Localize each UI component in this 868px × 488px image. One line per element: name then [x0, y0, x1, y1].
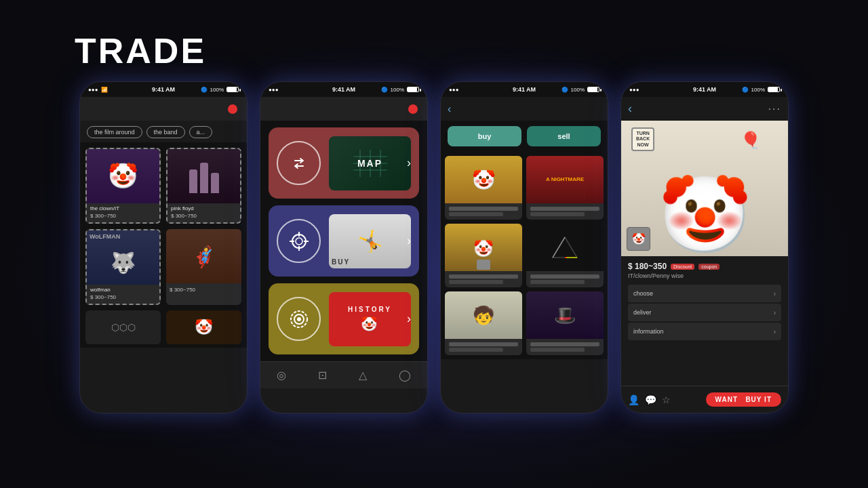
list-item[interactable]: 🦸 $ 300~750 [166, 229, 241, 305]
trade-card-history[interactable]: HISTORY 🤡 › [269, 283, 419, 354]
svg-marker-15 [553, 237, 577, 258]
svg-point-7 [296, 238, 302, 245]
phone1-header [80, 97, 247, 121]
deliver-label: deliver [633, 309, 652, 316]
item-price: $ 300~750 [166, 285, 241, 296]
trade-cards-area: MAP › 🤸 BUY [260, 121, 427, 361]
map-chevron-icon: › [407, 156, 411, 170]
history-preview: HISTORY 🤡 [329, 292, 411, 346]
phone1-dot [228, 104, 237, 114]
item-price: $ 300~750 [87, 293, 159, 304]
action-icons-group: 👤 💬 ☆ [628, 394, 671, 405]
phone4-options: choose › deliver › information › [621, 285, 788, 340]
phone1-grid: 🤡 the clown/IT $ 300~750 pink floyd $ 30… [80, 142, 247, 310]
phone4-time: 9:41 AM [693, 86, 716, 93]
phone3: ●●● 9:41 AM 🔵 100% ‹ buy sell 🤡 [440, 81, 608, 413]
phone3-time: 9:41 AM [513, 86, 536, 93]
list-item[interactable]: pink floyd $ 300~750 [166, 148, 241, 224]
list-item[interactable]: A NIGHTMARE [526, 156, 604, 220]
marketplace-grid: 🤡 A NIGHTMARE 🤡 [441, 152, 608, 359]
map-preview: MAP [329, 136, 411, 190]
page-title: TRADE [75, 30, 206, 71]
crosshair-icon [277, 219, 321, 263]
buy-preview: 🤸 BUY [329, 214, 411, 268]
chat-action-icon[interactable]: 💬 [645, 394, 656, 405]
list-item[interactable]: WoLFMAN 🐺 wolfman $ 300~750 [85, 229, 161, 305]
list-item[interactable]: 🤡 the clown/IT $ 300~750 [85, 148, 161, 224]
phone2-header [260, 97, 427, 121]
person-icon[interactable]: ◯ [399, 369, 411, 382]
compass-icon[interactable]: ◎ [277, 369, 286, 382]
item-name: the clown/IT [87, 203, 159, 211]
buy-tab[interactable]: buy [448, 126, 521, 146]
list-item[interactable]: ⬡⬡⬡ [85, 310, 161, 344]
tag-band[interactable]: the band [146, 126, 185, 138]
phone4-status-bar: ●●● 9:41 AM 🔵 100% [621, 82, 788, 97]
phone3-battery: 100% [571, 87, 585, 93]
phone2-navbar: ◎ ⊡ △ ◯ [260, 361, 427, 388]
product-price: $ 180~350 [628, 262, 667, 271]
item-name: wolfman [87, 285, 159, 293]
coupon-badge: coupon [698, 264, 719, 270]
phone2-battery: 100% [391, 87, 404, 93]
phone2-dot [408, 104, 418, 114]
history-chevron-icon: › [407, 312, 411, 326]
swap-icon [277, 141, 321, 185]
trade-card-map[interactable]: MAP › [269, 127, 419, 199]
phone4: ●●● 9:41 AM 🔵 100% ‹ ··· TURNBACKNOW 🤡 🤡 [620, 81, 789, 413]
phone3-buy-sell: buy sell [441, 121, 608, 152]
phone4-back-icon[interactable]: ‹ [628, 102, 632, 116]
map-label: MAP [357, 158, 382, 169]
phone4-dots-icon[interactable]: ··· [768, 103, 781, 115]
product-thumbnail[interactable]: 🤡 [627, 227, 650, 251]
tag-film[interactable]: the film around [87, 126, 142, 138]
phone4-price-area: $ 180~350 Discount coupon IT/clown/Penny… [621, 256, 788, 282]
phone1-status-bar: ●●● 📶 9:41 AM 🔵 100% [80, 82, 247, 97]
svg-point-14 [297, 317, 301, 321]
balloon-icon: 🎈 [741, 131, 761, 150]
list-item[interactable] [526, 224, 604, 287]
information-chevron-icon: › [774, 328, 776, 336]
list-item[interactable]: 🤡 [445, 224, 522, 287]
svg-line-16 [553, 237, 565, 258]
phone4-product-image: TURNBACKNOW 🤡 🤡 🎈 [621, 121, 788, 256]
item-price: $ 300~750 [167, 211, 240, 222]
phone1-time: 9:41 AM [152, 86, 175, 93]
history-label: HISTORY [348, 306, 392, 313]
phone4-topbar: ‹ ··· [621, 97, 788, 121]
list-item[interactable]: 🤡 [445, 156, 522, 220]
phone4-battery: 100% [751, 87, 765, 93]
pennywise-figure: 🤡 [658, 123, 751, 255]
phone2-time: 9:41 AM [332, 86, 355, 93]
phone2-status-bar: ●●● 9:41 AM 🔵 100% [260, 82, 427, 97]
person-action-icon[interactable]: 👤 [628, 394, 639, 405]
tag-more[interactable]: a... [189, 126, 213, 138]
star-action-icon[interactable]: ☆ [662, 394, 671, 405]
phone3-topbar: ‹ [441, 97, 608, 121]
choose-label: choose [633, 290, 653, 297]
buy-label: BUY [332, 258, 350, 266]
information-option[interactable]: information › [628, 323, 781, 340]
list-item[interactable]: 🎩 [526, 291, 604, 355]
item-price: $ 300~750 [87, 211, 159, 222]
phone1-battery: 100% [210, 87, 224, 93]
item-name: pink floyd [167, 203, 240, 211]
list-item[interactable]: 🧒 [445, 291, 522, 355]
deliver-option[interactable]: deliver › [628, 304, 781, 321]
sell-tab[interactable]: sell [527, 126, 601, 146]
back-arrow-icon[interactable]: ‹ [448, 103, 451, 115]
bag-icon[interactable]: ⊡ [318, 369, 327, 382]
discount-badge: Discount [671, 264, 694, 270]
trade-card-buy[interactable]: 🤸 BUY › [269, 205, 419, 277]
phones-row: ●●● 📶 9:41 AM 🔵 100% the film around the… [75, 81, 793, 413]
choose-option[interactable]: choose › [628, 285, 781, 302]
list-item[interactable]: 🤡 [166, 310, 241, 344]
buy-chevron-icon: › [407, 234, 411, 248]
radio-icon [277, 297, 321, 341]
buy-it-label: BUY IT [745, 396, 772, 403]
phone4-action-bar: 👤 💬 ☆ WANT BUY IT [621, 386, 788, 413]
triangle-icon[interactable]: △ [359, 369, 367, 382]
phone1: ●●● 📶 9:41 AM 🔵 100% the film around the… [79, 81, 248, 413]
information-label: information [633, 328, 664, 335]
want-buy-button[interactable]: WANT BUY IT [706, 392, 781, 407]
